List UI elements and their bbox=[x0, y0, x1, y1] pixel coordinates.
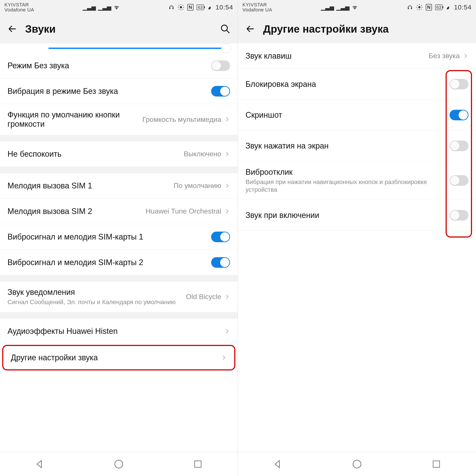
signal-1-icon: ▁▃▅ bbox=[83, 4, 96, 11]
svg-point-11 bbox=[115, 460, 123, 468]
svg-line-5 bbox=[179, 5, 179, 6]
page-title: Звуки bbox=[25, 23, 212, 35]
svg-line-18 bbox=[417, 5, 418, 6]
label: Звук клавиш bbox=[245, 51, 429, 61]
nav-recents-button[interactable] bbox=[430, 458, 443, 471]
row-screenshot[interactable]: Скриншот bbox=[238, 100, 476, 131]
svg-point-22 bbox=[353, 460, 361, 468]
row-ringtone-sim1[interactable]: Мелодия вызова SIM 1 По умолчанию bbox=[0, 173, 238, 199]
search-button[interactable] bbox=[219, 23, 231, 35]
nfc-icon: N bbox=[187, 4, 193, 11]
value: Без звука bbox=[429, 52, 460, 60]
page-title: Другие настройки звука bbox=[263, 23, 470, 35]
nav-recents-button[interactable] bbox=[191, 458, 204, 471]
value: Громкость мультимедиа bbox=[142, 116, 221, 124]
wifi-icon bbox=[114, 5, 120, 10]
nav-back-button[interactable] bbox=[271, 458, 284, 471]
battery-icon: 63 bbox=[435, 4, 442, 10]
chevron-right-icon bbox=[224, 328, 230, 334]
label: Виброотклик bbox=[245, 168, 450, 177]
status-right: N 63 10:54 bbox=[407, 3, 472, 11]
row-huawei-histen[interactable]: Аудиоэффекты Huawei Histen bbox=[0, 318, 238, 344]
row-touch-sound[interactable]: Звук нажатия на экран bbox=[238, 131, 476, 161]
signal-2-icon: ▁▃▅ bbox=[336, 4, 350, 11]
svg-point-9 bbox=[221, 25, 227, 31]
eye-comfort-icon bbox=[416, 4, 423, 11]
label: Функция по умолчанию кнопки громкости bbox=[7, 110, 142, 129]
status-clock: 10:54 bbox=[216, 3, 233, 11]
screen-sounds: KYIVSTAR Vodafone UA ▁▃▅ ▁▃▅ N 63 10:54 bbox=[0, 0, 238, 476]
status-bar: KYIVSTAR Vodafone UA ▁▃▅ ▁▃▅ N 63 10:54 bbox=[238, 0, 476, 15]
slider-thumb[interactable] bbox=[221, 43, 231, 53]
label: Блокировка экрана bbox=[245, 80, 450, 89]
vibrate-ring-sim2-toggle[interactable] bbox=[211, 257, 230, 268]
headphones-icon bbox=[407, 4, 413, 10]
svg-line-21 bbox=[421, 5, 422, 6]
row-vibrate-ring-sim1[interactable]: Вибросигнал и мелодия SIM-карты 1 bbox=[0, 224, 238, 250]
vibrate-silent-toggle[interactable] bbox=[211, 86, 230, 97]
sublabel: Сигнал Сообщений, Эл. почты и Календаря … bbox=[7, 298, 186, 306]
status-carriers: KYIVSTAR Vodafone UA bbox=[242, 2, 272, 12]
content: Режим Без звука Вибрация в режиме Без зв… bbox=[0, 43, 238, 452]
screen-lock-toggle[interactable] bbox=[450, 79, 469, 89]
row-vibrate-ring-sim2[interactable]: Вибросигнал и мелодия SIM-карты 2 bbox=[0, 250, 238, 275]
carrier-1: KYIVSTAR bbox=[4, 2, 34, 7]
label: Звук нажатия на экран bbox=[245, 141, 450, 151]
startup-sound-toggle[interactable] bbox=[450, 210, 469, 221]
screenshot-toggle[interactable] bbox=[450, 110, 469, 120]
carrier-2: Vodafone UA bbox=[242, 7, 272, 12]
volume-slider-row[interactable] bbox=[0, 43, 238, 53]
label: Другие настройки звука bbox=[11, 353, 218, 362]
status-right: N 63 10:54 bbox=[168, 3, 233, 11]
row-do-not-disturb[interactable]: Не беспокоить Выключено bbox=[0, 141, 238, 167]
touch-sound-toggle[interactable] bbox=[450, 141, 469, 151]
chevron-right-icon bbox=[224, 294, 230, 300]
vibrate-ring-sim1-toggle[interactable] bbox=[211, 232, 230, 242]
label: Вибрация в режиме Без звука bbox=[7, 87, 211, 96]
label: Мелодия вызова SIM 2 bbox=[7, 207, 146, 216]
label: Режим Без звука bbox=[7, 61, 211, 70]
back-button[interactable] bbox=[6, 23, 18, 35]
row-startup-sound[interactable]: Звук при включении bbox=[238, 200, 476, 231]
svg-line-10 bbox=[226, 30, 229, 33]
signal-cluster: ▁▃▅ ▁▃▅ bbox=[321, 4, 358, 11]
row-other-sound-settings[interactable]: Другие настройки звука bbox=[2, 345, 235, 371]
carrier-1: KYIVSTAR bbox=[242, 2, 272, 7]
svg-point-13 bbox=[418, 6, 421, 8]
chevron-right-icon bbox=[224, 151, 230, 157]
row-dial-tone[interactable]: Звук клавиш Без звука bbox=[238, 43, 476, 69]
value: Выключено bbox=[184, 150, 221, 158]
row-haptic[interactable]: Виброотклик Вибрация при нажатии навигац… bbox=[238, 161, 476, 200]
status-carriers: KYIVSTAR Vodafone UA bbox=[4, 2, 34, 12]
chevron-right-icon bbox=[463, 53, 469, 59]
row-default-volume-fn[interactable]: Функция по умолчанию кнопки громкости Гр… bbox=[0, 104, 238, 135]
silent-toggle[interactable] bbox=[211, 60, 230, 71]
screen-other-sound-settings: KYIVSTAR Vodafone UA ▁▃▅ ▁▃▅ N 63 10:54 … bbox=[238, 0, 476, 476]
row-screen-lock[interactable]: Блокировка экрана bbox=[238, 69, 476, 100]
nav-back-button[interactable] bbox=[33, 458, 46, 471]
section-gap bbox=[0, 135, 238, 141]
svg-line-8 bbox=[183, 5, 183, 6]
navbar bbox=[0, 452, 238, 476]
row-notification-sound[interactable]: Звук уведомления Сигнал Сообщений, Эл. п… bbox=[0, 281, 238, 312]
nav-home-button[interactable] bbox=[350, 458, 364, 471]
svg-point-0 bbox=[180, 6, 182, 8]
label: Вибросигнал и мелодия SIM-карты 2 bbox=[7, 258, 211, 267]
battery-icon: 63 bbox=[197, 4, 204, 10]
back-button[interactable] bbox=[244, 23, 256, 35]
section-gap bbox=[0, 275, 238, 281]
status-clock: 10:54 bbox=[454, 3, 472, 11]
haptic-toggle[interactable] bbox=[450, 175, 469, 186]
signal-cluster: ▁▃▅ ▁▃▅ bbox=[83, 4, 120, 11]
navbar bbox=[238, 452, 476, 476]
nav-home-button[interactable] bbox=[112, 458, 125, 471]
wifi-icon bbox=[352, 5, 358, 10]
row-ringtone-sim2[interactable]: Мелодия вызова SIM 2 Huawei Tune Orchest… bbox=[0, 199, 238, 224]
sublabel: Вибрация при нажатии навигационных кнопо… bbox=[245, 178, 450, 193]
svg-line-7 bbox=[179, 9, 179, 10]
section-gap bbox=[0, 312, 238, 318]
row-silent-mode[interactable]: Режим Без звука bbox=[0, 53, 238, 78]
row-vibrate-silent[interactable]: Вибрация в режиме Без звука bbox=[0, 78, 238, 104]
svg-rect-12 bbox=[195, 461, 201, 467]
label: Звук уведомления bbox=[7, 288, 186, 297]
